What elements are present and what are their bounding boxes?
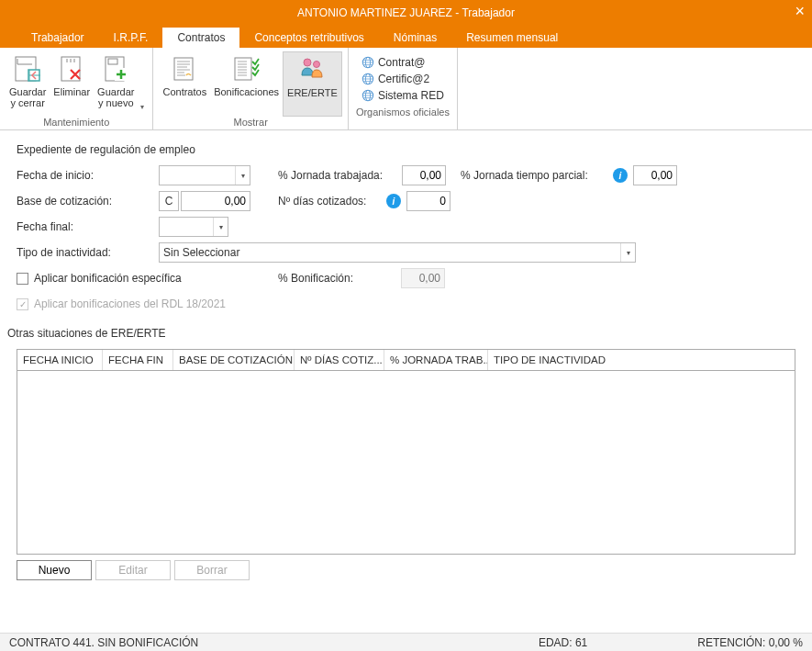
aplicar-bonif-rdl-checkbox: ✓: [17, 298, 28, 310]
globe-icon: [362, 56, 374, 69]
tipo-inactividad-field[interactable]: Sin Seleccionar ▾: [159, 242, 636, 263]
col-dias-cotiz[interactable]: Nº DÍAS COTIZ...: [295, 350, 384, 370]
ere-icon: [297, 54, 328, 85]
nuevo-button[interactable]: Nuevo: [17, 560, 92, 580]
close-icon[interactable]: ×: [795, 2, 805, 21]
guardar-nuevo-dropdown[interactable]: ▾: [138, 51, 147, 117]
jornada-trabajada-field[interactable]: [402, 165, 446, 185]
guardar-cerrar-label: Guardar y cerrar: [9, 86, 46, 108]
editar-button: Editar: [95, 560, 171, 580]
fecha-inicio-field[interactable]: ▾: [159, 165, 250, 185]
borrar-button: Borrar: [174, 560, 250, 580]
col-fecha-inicio[interactable]: FECHA INICIO: [17, 350, 103, 370]
ribbon-group-mostrar: Contratos Bonificaciones ERE/ERTE Mostra…: [153, 48, 348, 129]
title-bar: ANTONIO MARTINEZ JUAREZ - Trabajador ×: [0, 0, 812, 26]
tab-irpf[interactable]: I.R.P.F.: [99, 28, 163, 48]
info-icon[interactable]: i: [386, 194, 401, 208]
ribbon-group-mantenimiento: Guardar y cerrar Eliminar Guardar y nuev…: [0, 48, 153, 129]
tab-bar: Trabajador I.R.P.F. Contratos Conceptos …: [0, 26, 812, 48]
status-bar: CONTRATO 441. SIN BONIFICACIÓN EDAD: 61 …: [0, 633, 812, 651]
eliminar-button[interactable]: Eliminar: [50, 51, 94, 117]
guardar-nuevo-button[interactable]: Guardar y nuevo: [94, 51, 138, 117]
aplicar-bonif-especifica-checkbox[interactable]: [17, 273, 28, 285]
ere-erte-button[interactable]: ERE/ERTE: [283, 51, 342, 117]
tab-resumen[interactable]: Resumen mensual: [451, 28, 573, 48]
bonificaciones-label: Bonificaciones: [214, 86, 279, 97]
tab-nominas[interactable]: Nóminas: [379, 28, 451, 48]
fecha-final-field[interactable]: ▾: [159, 217, 228, 237]
bonificaciones-icon: [231, 53, 262, 84]
ribbon: Guardar y cerrar Eliminar Guardar y nuev…: [0, 48, 812, 130]
contratos-button[interactable]: Contratos: [159, 51, 210, 117]
fecha-final-label: Fecha final:: [17, 220, 159, 233]
jornada-parcial-field[interactable]: [633, 165, 677, 185]
status-contrato: CONTRATO 441. SIN BONIFICACIÓN: [9, 636, 198, 649]
certifica-label: Certific@2: [378, 73, 429, 85]
tipo-inactividad-value: Sin Seleccionar: [160, 246, 620, 259]
col-base-cotizacion[interactable]: BASE DE COTIZACIÓN: [173, 350, 295, 370]
sistema-red-link[interactable]: Sistema RED: [362, 88, 444, 103]
dropdown-icon[interactable]: ▾: [235, 166, 250, 185]
col-jornada-trab[interactable]: % JORNADA TRAB...: [384, 350, 488, 370]
globe-icon: [362, 73, 374, 85]
tab-conceptos[interactable]: Conceptos retributivos: [239, 28, 378, 48]
grid-header: FECHA INICIO FECHA FIN BASE DE COTIZACIÓ…: [17, 350, 795, 371]
situaciones-grid[interactable]: FECHA INICIO FECHA FIN BASE DE COTIZACIÓ…: [17, 349, 795, 555]
fecha-inicio-label: Fecha de inicio:: [17, 169, 159, 182]
bonificacion-label: % Bonificación:: [278, 272, 370, 285]
tipo-inactividad-label: Tipo de inactividad:: [17, 246, 159, 259]
contratos-label: Contratos: [162, 86, 206, 97]
dropdown-icon[interactable]: ▾: [620, 243, 635, 262]
section-title-otras: Otras situaciones de ERE/ERTE: [7, 327, 795, 340]
svg-rect-4: [108, 59, 117, 64]
content-area: Expediente de regulación de empleo Fecha…: [0, 130, 812, 580]
svg-point-8: [304, 59, 311, 66]
status-edad: EDAD: 61: [539, 636, 587, 649]
certifica-link[interactable]: Certific@2: [362, 72, 444, 86]
base-cotizacion-label: Base de cotización:: [17, 195, 159, 208]
group-label-organismos: Organismos oficiales: [354, 107, 451, 118]
bonificacion-field: [401, 268, 445, 288]
bonificaciones-button[interactable]: Bonificaciones: [210, 51, 283, 117]
info-icon[interactable]: i: [613, 168, 628, 183]
save-new-icon: [100, 53, 131, 84]
contrata-link[interactable]: Contrat@: [362, 55, 444, 70]
contrata-label: Contrat@: [378, 56, 426, 69]
aplicar-bonif-rdl-label: Aplicar bonificaciones del RDL 18/2021: [34, 297, 226, 310]
globe-icon: [362, 89, 374, 102]
eliminar-label: Eliminar: [53, 86, 90, 97]
col-fecha-fin[interactable]: FECHA FIN: [103, 350, 173, 370]
sistema-red-label: Sistema RED: [378, 89, 444, 102]
group-label-mantenimiento: Mantenimiento: [6, 117, 147, 129]
ere-label: ERE/ERTE: [287, 87, 338, 98]
tab-contratos[interactable]: Contratos: [162, 28, 239, 48]
section-title-expediente: Expediente de regulación de empleo: [17, 143, 795, 156]
window-title: ANTONIO MARTINEZ JUAREZ - Trabajador: [297, 6, 515, 19]
status-retencion: RETENCIÓN: 0,00 %: [697, 636, 803, 649]
jornada-parcial-label: % Jornada tiempo parcial:: [461, 169, 607, 182]
dropdown-icon[interactable]: ▾: [213, 218, 228, 236]
save-close-icon: [12, 53, 43, 84]
delete-icon: [56, 53, 87, 84]
col-tipo-inactividad[interactable]: TIPO DE INACTIVIDAD: [488, 350, 795, 370]
guardar-nuevo-label: Guardar y nuevo: [97, 86, 134, 108]
base-cotizacion-field[interactable]: [181, 191, 250, 211]
contratos-icon: [169, 53, 200, 84]
guardar-cerrar-button[interactable]: Guardar y cerrar: [6, 51, 50, 117]
calc-button[interactable]: C: [159, 191, 179, 211]
dias-cotizados-field[interactable]: [406, 191, 450, 211]
svg-point-9: [313, 62, 319, 68]
group-label-mostrar: Mostrar: [159, 117, 341, 129]
jornada-trabajada-label: % Jornada trabajada:: [278, 169, 402, 182]
aplicar-bonif-especifica-label: Aplicar bonificación específica: [34, 272, 182, 285]
tab-trabajador[interactable]: Trabajador: [17, 28, 99, 48]
dias-cotizados-label: Nº días cotizados:: [278, 195, 381, 208]
ribbon-group-organismos: Contrat@ Certific@2 Sistema RED Organism…: [349, 48, 458, 129]
